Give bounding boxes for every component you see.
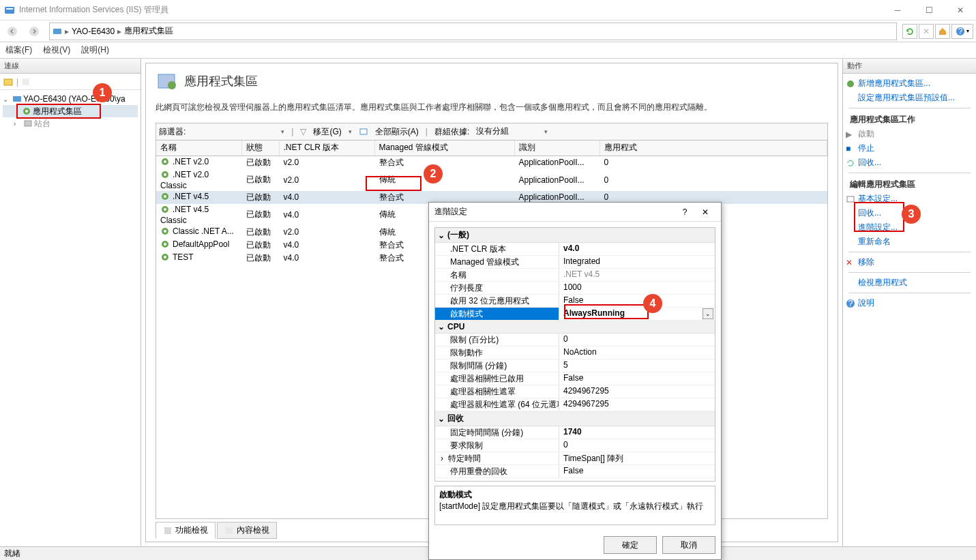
col-status[interactable]: 狀態 xyxy=(241,141,279,156)
breadcrumb-host[interactable]: YAO-E6430 xyxy=(72,27,115,36)
prop-disableoverlap[interactable]: 停用重疊的回收False xyxy=(435,465,715,478)
dialog-close-button[interactable]: ✕ xyxy=(695,207,715,217)
svg-point-27 xyxy=(164,243,166,246)
prop-clr[interactable]: .NET CLR 版本v4.0 xyxy=(435,243,715,256)
dialog-ok-button[interactable]: 確定 xyxy=(604,536,657,554)
connections-tree[interactable]: ⌄ YAO-E6430 (YAO-E6430\ya 應用程式集區 › 站台 1 xyxy=(0,90,141,132)
svg-text:?: ? xyxy=(848,299,853,308)
svg-rect-1 xyxy=(6,8,13,10)
table-row[interactable]: .NET v2.0已啟動v2.0整合式ApplicationPoolI...0 xyxy=(156,156,827,169)
connections-toolbar: | xyxy=(0,74,141,90)
svg-rect-12 xyxy=(25,121,31,126)
action-recycle[interactable]: 回收... xyxy=(843,156,976,170)
filter-groupby-value[interactable]: 沒有分組 xyxy=(476,126,537,138)
status-text: 就緒 xyxy=(4,548,20,559)
svg-point-17 xyxy=(164,160,166,163)
prop-startmode[interactable]: 啟動模式AlwaysRunning⌄ xyxy=(435,308,715,321)
dropdown-icon[interactable]: ⌄ xyxy=(703,308,713,319)
breadcrumb[interactable]: ▸ YAO-E6430 ▸ 應用程式集區 xyxy=(49,23,897,40)
svg-rect-8 xyxy=(23,78,29,85)
col-name[interactable]: 名稱 xyxy=(156,141,241,156)
prop-periodictime[interactable]: 固定時間間隔 (分鐘)1740 xyxy=(435,426,715,439)
prop-limitinterval[interactable]: 限制間隔 (分鐘)5 xyxy=(435,359,715,372)
connections-header: 連線 xyxy=(0,59,141,74)
col-pipeline[interactable]: Managed 管線模式 xyxy=(374,141,514,156)
close-button[interactable]: ✕ xyxy=(945,0,976,20)
action-rename[interactable]: 重新命名 xyxy=(843,235,976,249)
filter-go-icon[interactable]: ▽ xyxy=(300,127,306,136)
prop-limit[interactable]: 限制 (百分比)0 xyxy=(435,334,715,347)
connections-refresh-icon[interactable] xyxy=(3,76,14,87)
minimize-button[interactable]: ─ xyxy=(882,0,913,20)
prop-group-recycle[interactable]: ⌄回收 xyxy=(435,411,715,426)
action-set-defaults[interactable]: 設定應用程式集區預設值... xyxy=(843,91,976,105)
action-view-apps[interactable]: 檢視應用程式 xyxy=(843,276,976,290)
annotation-badge-4: 4 xyxy=(643,294,662,313)
dialog-cancel-button[interactable]: 取消 xyxy=(662,536,715,554)
action-basic[interactable]: 基本設定... xyxy=(843,192,976,206)
nav-back-button[interactable] xyxy=(3,22,22,41)
prop-pipeline[interactable]: Managed 管線模式Integrated xyxy=(435,256,715,269)
svg-point-25 xyxy=(164,230,166,233)
prop-requestlimit[interactable]: 要求限制0 xyxy=(435,439,715,452)
server-icon xyxy=(12,94,22,104)
tree-apppools-node[interactable]: 應用程式集區 xyxy=(3,105,138,117)
svg-point-21 xyxy=(164,195,166,198)
connections-up-icon[interactable] xyxy=(21,77,31,87)
action-remove[interactable]: ✕移除 xyxy=(843,255,976,269)
page-title: 應用程式集區 xyxy=(184,73,258,89)
prop-enable32[interactable]: 啟用 32 位元應用程式False xyxy=(435,295,715,308)
app-icon xyxy=(4,5,15,16)
prop-name[interactable]: 名稱.NET v4.5 xyxy=(435,269,715,282)
window-title: Internet Information Services (IIS) 管理員 xyxy=(19,4,882,16)
property-grid[interactable]: ⌄(一般) .NET CLR 版本v4.0 Managed 管線模式Integr… xyxy=(434,227,715,482)
col-identity[interactable]: 識別 xyxy=(514,141,600,156)
refresh-button[interactable] xyxy=(902,24,917,39)
filter-input[interactable] xyxy=(192,127,274,136)
prop-smpmask64[interactable]: 處理器親和性遮罩 (64 位元選項4294967295 xyxy=(435,398,715,411)
prop-queue[interactable]: 佇列長度1000 xyxy=(435,282,715,295)
stop-button[interactable]: ✕ xyxy=(919,24,934,39)
tree-sites-node[interactable]: › 站台 xyxy=(3,117,138,130)
help-text: [startMode] 設定應用程式集區要以「隨選模式」或「永遠執行模式」執行 xyxy=(439,501,711,512)
svg-rect-0 xyxy=(5,7,14,14)
menu-file[interactable]: 檔案(F) xyxy=(5,44,32,56)
tab-features[interactable]: 功能檢視 xyxy=(156,522,216,539)
prop-limitaction[interactable]: 限制動作NoAction xyxy=(435,347,715,359)
action-stop[interactable]: ■停止 xyxy=(843,141,976,156)
help-dropdown-button[interactable]: ?▾ xyxy=(951,24,973,39)
svg-rect-4 xyxy=(53,29,61,34)
filter-go[interactable]: 移至(G) xyxy=(313,126,341,138)
apppool-icon xyxy=(22,106,31,116)
menu-help[interactable]: 說明(H) xyxy=(81,44,109,56)
dialog-help-button[interactable]: ? xyxy=(675,207,695,217)
action-add-pool[interactable]: 新增應用程式集區... xyxy=(843,76,976,91)
breadcrumb-section[interactable]: 應用程式集區 xyxy=(124,25,173,37)
maximize-button[interactable]: ☐ xyxy=(913,0,945,20)
prop-specifictime[interactable]: › 特定時間TimeSpan[] 陣列 xyxy=(435,452,715,465)
server-icon xyxy=(53,27,62,36)
tree-host-node[interactable]: ⌄ YAO-E6430 (YAO-E6430\ya xyxy=(3,93,138,105)
prop-group-general[interactable]: ⌄(一般) xyxy=(435,228,715,243)
svg-point-3 xyxy=(29,27,39,36)
filter-showall[interactable]: 全部顯示(A) xyxy=(375,126,419,138)
svg-point-19 xyxy=(164,173,166,176)
nav-forward-button[interactable] xyxy=(25,22,44,41)
col-clr[interactable]: .NET CLR 版本 xyxy=(279,141,374,156)
svg-rect-30 xyxy=(164,527,171,534)
help-icon: ? xyxy=(846,299,855,308)
filter-showall-icon[interactable] xyxy=(359,127,368,136)
table-row[interactable]: .NET v2.0 Classic已啟動v2.0傳統ApplicationPoo… xyxy=(156,169,827,191)
recycle-icon xyxy=(846,158,855,168)
menu-view[interactable]: 檢視(V) xyxy=(43,44,70,56)
prop-smpmask[interactable]: 處理器相關性遮罩4294967295 xyxy=(435,385,715,398)
home-button[interactable] xyxy=(935,24,950,39)
prop-group-cpu[interactable]: ⌄CPU xyxy=(435,321,715,334)
action-start[interactable]: ▶啟動 xyxy=(843,127,976,141)
prop-smpenabled[interactable]: 處理器相關性已啟用False xyxy=(435,372,715,385)
action-help[interactable]: ?說明 xyxy=(843,296,976,310)
col-apps[interactable]: 應用程式 xyxy=(600,141,827,156)
tab-content[interactable]: 內容檢視 xyxy=(217,522,277,539)
actions-panel: 動作 新增應用程式集區... 設定應用程式集區預設值... 應用程式集區工作 ▶… xyxy=(842,59,976,546)
stop-icon: ■ xyxy=(846,144,855,153)
